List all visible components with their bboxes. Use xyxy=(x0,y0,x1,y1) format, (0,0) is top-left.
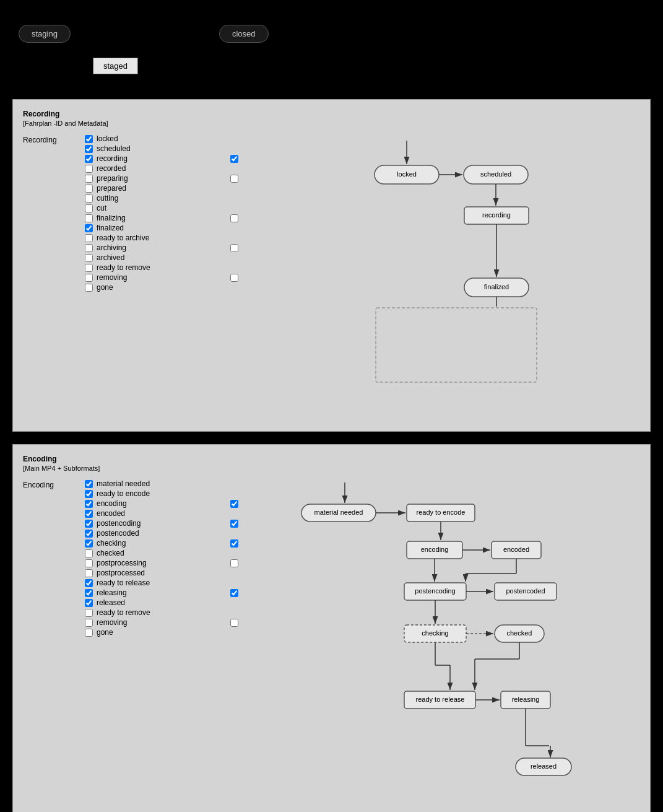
staged-button[interactable]: staged xyxy=(93,58,138,74)
ready-to-archive-checkbox[interactable] xyxy=(85,234,93,242)
releasing-checkbox[interactable] xyxy=(85,589,93,597)
list-item: postencoding xyxy=(85,519,283,528)
enc-removing-extra-checkbox[interactable] xyxy=(230,619,238,627)
svg-text:encoding: encoding xyxy=(421,546,449,553)
postprocessed-checkbox[interactable] xyxy=(85,569,93,577)
checked-checkbox[interactable] xyxy=(85,549,93,557)
list-item: prepared xyxy=(85,184,283,193)
ready-to-remove-label: ready to remove xyxy=(97,263,150,272)
encoding-extra-checkbox[interactable] xyxy=(230,500,238,508)
svg-text:recording: recording xyxy=(482,211,511,219)
finalizing-extra-checkbox[interactable] xyxy=(230,214,238,222)
locked-checkbox[interactable] xyxy=(85,135,93,143)
enc-gone-checkbox[interactable] xyxy=(85,629,93,637)
removing-checkbox[interactable] xyxy=(85,274,93,282)
list-item: locked xyxy=(85,134,283,143)
ready-to-encode-checkbox[interactable] xyxy=(85,490,93,498)
ready-to-remove-checkbox[interactable] xyxy=(85,264,93,272)
recording-diagram: locked scheduled recording finalized xyxy=(283,134,640,421)
svg-text:releasing: releasing xyxy=(512,696,540,703)
svg-text:scheduled: scheduled xyxy=(480,170,511,178)
cut-checkbox[interactable] xyxy=(85,204,93,212)
enc-ready-to-remove-checkbox[interactable] xyxy=(85,609,93,617)
encoding-subtitle: [Main MP4 + Subformats] xyxy=(23,465,640,472)
cutting-label: cutting xyxy=(97,194,118,203)
postprocessing-extra-checkbox[interactable] xyxy=(230,559,238,567)
preparing-checkbox[interactable] xyxy=(85,175,93,183)
list-item: ready to remove xyxy=(85,263,283,272)
svg-text:postencoded: postencoded xyxy=(506,587,545,595)
list-item: released xyxy=(85,598,283,607)
enc-removing-checkbox[interactable] xyxy=(85,619,93,627)
archiving-extra-checkbox[interactable] xyxy=(230,244,238,252)
encoding-checkbox[interactable] xyxy=(85,500,93,508)
list-item: ready to release xyxy=(85,578,283,587)
scheduled-checkbox[interactable] xyxy=(85,145,93,153)
recording-group-label: Recording xyxy=(23,134,85,144)
postprocessed-label: postprocessed xyxy=(97,569,145,577)
finalized-label: finalized xyxy=(97,224,124,232)
prepared-checkbox[interactable] xyxy=(85,185,93,193)
closed-button[interactable]: closed xyxy=(219,25,269,43)
recorded-checkbox[interactable] xyxy=(85,165,93,173)
released-checkbox[interactable] xyxy=(85,599,93,607)
enc-gone-label: gone xyxy=(97,628,113,637)
postprocessing-checkbox[interactable] xyxy=(85,559,93,567)
finalizing-label: finalizing xyxy=(97,214,126,222)
ready-to-archive-label: ready to archive xyxy=(97,234,149,242)
list-item: encoding xyxy=(85,499,283,508)
recording-checklist: Recording locked scheduled r xyxy=(23,134,283,421)
finalized-checkbox[interactable] xyxy=(85,224,93,232)
list-item: finalized xyxy=(85,224,283,232)
removing-extra-checkbox[interactable] xyxy=(230,274,238,282)
gone-label: gone xyxy=(97,283,113,292)
list-item: gone xyxy=(85,628,283,637)
svg-text:ready to release: ready to release xyxy=(416,696,465,703)
checked-label: checked xyxy=(97,549,124,557)
postencoded-label: postencoded xyxy=(97,529,139,538)
scheduled-label: scheduled xyxy=(97,144,131,153)
staging-button[interactable]: staging xyxy=(19,25,71,43)
encoding-diagram: material needed ready to encode encoding… xyxy=(283,479,640,812)
list-item: postprocessed xyxy=(85,569,283,577)
recording-diagram-svg: locked scheduled recording finalized xyxy=(283,134,580,419)
releasing-label: releasing xyxy=(97,588,127,597)
list-item: postencoded xyxy=(85,529,283,538)
preparing-extra-checkbox[interactable] xyxy=(230,175,238,183)
recorded-label: recorded xyxy=(97,164,126,173)
material-needed-checkbox[interactable] xyxy=(85,480,93,488)
enc-ready-to-remove-label: ready to remove xyxy=(97,608,150,617)
list-item: archiving xyxy=(85,243,283,252)
releasing-extra-checkbox[interactable] xyxy=(230,589,238,597)
recording-checkbox[interactable] xyxy=(85,155,93,163)
ready-to-release-checkbox[interactable] xyxy=(85,579,93,587)
cut-label: cut xyxy=(97,204,106,212)
encoding-section: Encoding [Main MP4 + Subformats] Encodin… xyxy=(12,444,651,812)
checking-extra-checkbox[interactable] xyxy=(230,539,238,548)
postencoding-label: postencoding xyxy=(97,519,141,528)
postencoding-checkbox[interactable] xyxy=(85,520,93,528)
finalizing-checkbox[interactable] xyxy=(85,214,93,222)
archiving-checkbox[interactable] xyxy=(85,244,93,252)
removing-label: removing xyxy=(97,273,127,282)
gone-checkbox[interactable] xyxy=(85,284,93,292)
list-item: gone xyxy=(85,283,283,292)
recording-title: Recording xyxy=(23,110,640,118)
list-item: finalizing xyxy=(85,214,283,222)
archived-label: archived xyxy=(97,253,124,262)
encoding-group-label: Encoding xyxy=(23,479,85,489)
svg-text:material needed: material needed xyxy=(314,509,363,516)
svg-text:encoded: encoded xyxy=(503,546,529,553)
archiving-label: archiving xyxy=(97,243,126,252)
recording-subtitle: [Fahrplan -ID and Metadata] xyxy=(23,120,640,127)
cutting-checkbox[interactable] xyxy=(85,194,93,203)
svg-text:postencoding: postencoding xyxy=(415,587,455,595)
checking-checkbox[interactable] xyxy=(85,539,93,548)
archived-checkbox[interactable] xyxy=(85,254,93,262)
postencoded-checkbox[interactable] xyxy=(85,530,93,538)
encoding-diagram-svg: material needed ready to encode encoding… xyxy=(283,479,605,812)
encoded-checkbox[interactable] xyxy=(85,510,93,518)
recording-extra-checkbox[interactable] xyxy=(230,155,238,163)
postencoding-extra-checkbox[interactable] xyxy=(230,520,238,528)
recording-section: Recording [Fahrplan -ID and Metadata] Re… xyxy=(12,99,651,432)
